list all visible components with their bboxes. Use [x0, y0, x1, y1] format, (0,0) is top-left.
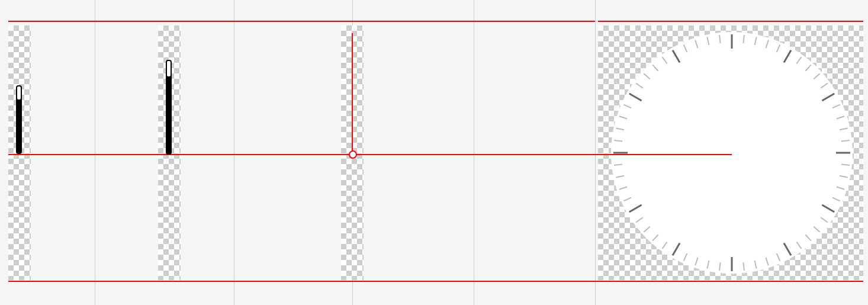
- clock-tick-minor: [683, 253, 688, 262]
- clock-tick-minor: [695, 40, 698, 48]
- asset-layout-preview: [0, 0, 868, 305]
- clock-tick-minor: [796, 57, 802, 65]
- clock-tick-minor: [832, 197, 841, 202]
- clock-tick-minor: [742, 35, 744, 43]
- clock-second-hand: [352, 33, 353, 154]
- clock-tick-minor: [636, 83, 644, 89]
- clock-tick-minor: [837, 115, 845, 119]
- selection-edge-middle: [8, 154, 732, 155]
- clock-tick-minor: [814, 226, 821, 233]
- grid-guide-vertical: [95, 0, 95, 305]
- clock-tick-major: [672, 243, 681, 256]
- clock-tick-major: [783, 50, 792, 63]
- clock-tick-minor: [644, 73, 651, 79]
- clock-tick-major: [836, 152, 850, 154]
- clock-tick-minor: [840, 127, 848, 130]
- clock-tick-major: [731, 257, 733, 271]
- grid-guide-vertical: [234, 0, 234, 305]
- clock-tick-minor: [695, 258, 698, 266]
- clock-tick-minor: [652, 235, 658, 242]
- clock-tick-minor: [619, 187, 627, 190]
- clock-tick-minor: [706, 261, 709, 269]
- clock-face: [611, 32, 853, 274]
- clock-tick-minor: [821, 83, 828, 89]
- clock-tick-minor: [636, 217, 644, 223]
- clock-tick-minor: [719, 35, 721, 43]
- clock-tick-minor: [766, 258, 769, 266]
- clock-tick-minor: [766, 40, 769, 48]
- clock-tick-minor: [837, 187, 845, 190]
- clock-tick-minor: [754, 37, 757, 45]
- clock-tick-minor: [644, 226, 651, 233]
- clock-tick-minor: [614, 163, 622, 165]
- clock-tick-minor: [776, 44, 781, 53]
- clock-tick-minor: [719, 262, 721, 271]
- selection-edge-top: [8, 21, 595, 22]
- clock-tick-minor: [662, 57, 668, 65]
- selection-edge-bottom: [8, 281, 863, 282]
- clock-tick-minor: [742, 262, 744, 271]
- clock-tick-major: [672, 50, 681, 63]
- clock-tick-major: [629, 93, 642, 102]
- clock-tick-minor: [623, 104, 632, 109]
- clock-tick-minor: [683, 44, 688, 53]
- clock-tick-minor: [616, 127, 624, 130]
- grid-guide-vertical: [474, 0, 474, 305]
- clock-tick-minor: [814, 73, 821, 79]
- clock-tick-minor: [805, 65, 812, 72]
- clock-tick-major: [822, 93, 835, 102]
- clock-minute-hand: [166, 60, 172, 155]
- clock-tick-major: [629, 204, 642, 213]
- clock-tick-minor: [754, 261, 757, 269]
- clock-tick-minor: [841, 163, 850, 165]
- clock-second-hand-pivot: [349, 150, 357, 159]
- clock-tick-minor: [652, 65, 658, 72]
- clock-tick-minor: [841, 140, 850, 142]
- clock-tick-minor: [821, 217, 828, 223]
- clock-tick-minor: [832, 104, 841, 109]
- clock-tick-minor: [619, 115, 627, 119]
- clock-tick-minor: [776, 253, 781, 262]
- clock-tick-minor: [662, 242, 668, 249]
- selection-edge-top: [598, 21, 863, 22]
- clock-tick-minor: [623, 197, 632, 202]
- clock-minute-hand-tip: [167, 61, 171, 76]
- clock-tick-minor: [616, 175, 624, 178]
- clock-hour-hand: [16, 85, 22, 154]
- clock-tick-minor: [706, 37, 709, 45]
- clock-tick-minor: [796, 242, 802, 249]
- clock-tick-minor: [805, 235, 812, 242]
- clock-tick-major: [731, 34, 733, 49]
- clock-tick-minor: [840, 175, 848, 178]
- clock-tick-major: [783, 243, 792, 256]
- clock-tick-minor: [614, 140, 622, 142]
- clock-hour-hand-tip: [17, 86, 21, 99]
- grid-guide-vertical: [595, 0, 596, 305]
- clock-tick-major: [822, 204, 835, 213]
